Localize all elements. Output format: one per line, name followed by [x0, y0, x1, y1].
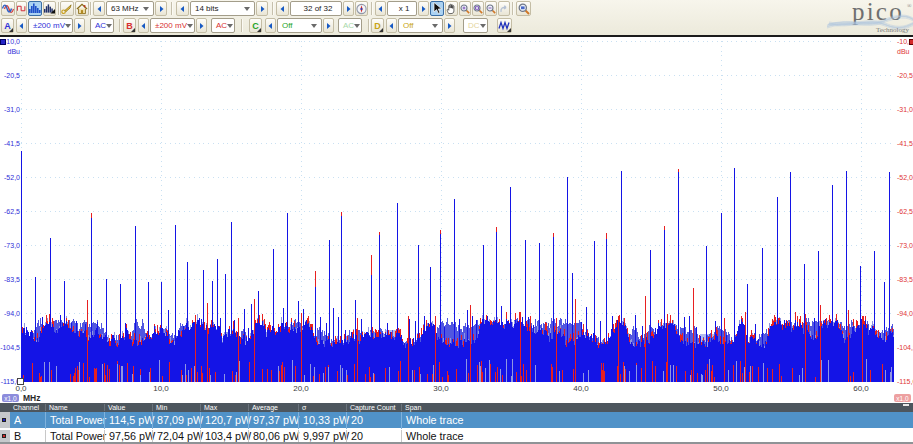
svg-text:-20,5: -20,5 — [897, 72, 913, 79]
svg-text:40,0: 40,0 — [573, 384, 589, 393]
svg-text:x1,0: x1,0 — [4, 395, 17, 402]
svg-text:30,0: 30,0 — [433, 384, 449, 393]
svg-text:10,0: 10,0 — [153, 384, 169, 393]
svg-text:-31,0: -31,0 — [897, 106, 913, 113]
svg-text:-41,5: -41,5 — [4, 140, 20, 147]
svg-text:-10,0: -10,0 — [4, 38, 20, 45]
svg-text:-73,0: -73,0 — [897, 242, 913, 249]
svg-text:-62,5: -62,5 — [897, 208, 913, 215]
svg-text:MHz: MHz — [23, 393, 40, 403]
svg-text:dBu: dBu — [897, 48, 910, 55]
svg-text:50,0: 50,0 — [713, 384, 729, 393]
svg-text:-94,0: -94,0 — [4, 310, 20, 317]
svg-text:-52,0: -52,0 — [897, 174, 913, 181]
svg-text:-104,5: -104,5 — [897, 344, 913, 351]
svg-text:-20,5: -20,5 — [4, 72, 20, 79]
svg-text:-115,0: -115,0 — [897, 378, 913, 385]
svg-text:-83,5: -83,5 — [897, 276, 913, 283]
svg-text:Technology: Technology — [876, 26, 909, 34]
svg-text:0,0: 0,0 — [15, 384, 27, 393]
svg-text:60,0: 60,0 — [853, 384, 869, 393]
svg-text:-31,0: -31,0 — [4, 106, 20, 113]
svg-text:-104,5: -104,5 — [0, 344, 20, 351]
svg-text:20,0: 20,0 — [293, 384, 309, 393]
svg-text:-62,5: -62,5 — [4, 208, 20, 215]
svg-text:-83,5: -83,5 — [4, 276, 20, 283]
svg-text:x1,0: x1,0 — [896, 395, 909, 402]
svg-text:-94,0: -94,0 — [897, 310, 913, 317]
svg-text:dBu: dBu — [8, 48, 21, 55]
svg-text:-41,5: -41,5 — [897, 140, 913, 147]
svg-text:-73,0: -73,0 — [4, 242, 20, 249]
svg-text:®: ® — [907, 3, 912, 9]
svg-text:-52,0: -52,0 — [4, 174, 20, 181]
